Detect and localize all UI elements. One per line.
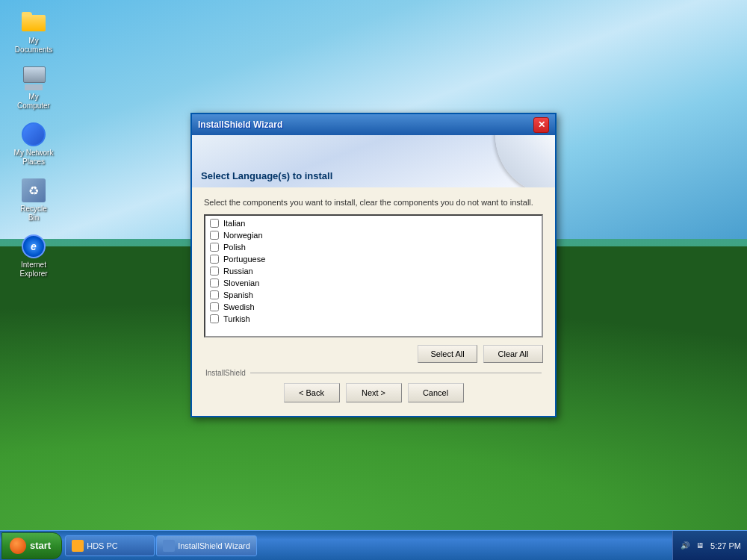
taskbar: start HDS PC InstallShield Wizard 🔊 🖥 5:… [0, 530, 747, 560]
russian-label: Russian [223, 267, 253, 276]
list-item: Polish [207, 241, 540, 253]
swedish-checkbox[interactable] [210, 302, 219, 311]
dialog-overlay: InstallShield Wizard ✕ Select Language(s… [0, 0, 747, 530]
list-item: Slovenian [207, 277, 540, 289]
taskbar-item-installshield[interactable]: InstallShield Wizard [156, 535, 257, 556]
slovenian-label: Slovenian [223, 279, 259, 287]
list-item: Swedish [207, 301, 540, 313]
list-item: Norwegian [207, 229, 540, 241]
banner-heading: Select Language(s) to install [201, 170, 332, 181]
taskbar-items: HDS PC InstallShield Wizard [62, 535, 672, 556]
start-label: start [30, 540, 51, 551]
spanish-checkbox[interactable] [210, 290, 219, 299]
back-button[interactable]: < Back [284, 383, 340, 402]
taskbar-right: 🔊 🖥 5:27 PM [672, 531, 747, 560]
swedish-label: Swedish [223, 302, 255, 311]
sys-tray-icons: 🔊 🖥 [679, 540, 706, 552]
dialog-banner: Select Language(s) to install [192, 135, 555, 187]
portuguese-checkbox[interactable] [210, 255, 219, 264]
installshield-dialog: InstallShield Wizard ✕ Select Language(s… [190, 113, 557, 417]
installshield-label: InstallShield [205, 369, 246, 377]
installshield-divider: InstallShield [204, 369, 543, 377]
page-curl-decoration [488, 135, 555, 187]
dialog-body: Select the components you want to instal… [192, 187, 555, 416]
slovenian-checkbox[interactable] [210, 279, 219, 287]
desktop: MyDocuments MyComputer My NetworkPlaces … [0, 0, 747, 560]
taskbar-installshield-label: InstallShield Wizard [178, 541, 250, 550]
instruction-text: Select the components you want to instal… [204, 198, 543, 207]
list-item: Italian [207, 217, 540, 229]
taskbar-hds-icon [72, 540, 84, 552]
select-clear-buttons: Select All Clear All [204, 345, 543, 363]
polish-checkbox[interactable] [210, 243, 219, 252]
norwegian-label: Norwegian [223, 231, 263, 240]
clock: 5:27 PM [710, 541, 741, 550]
dialog-title: InstallShield Wizard [198, 119, 282, 130]
turkish-checkbox[interactable] [210, 314, 219, 323]
cancel-button[interactable]: Cancel [408, 383, 464, 402]
divider-line [250, 373, 542, 373]
polish-label: Polish [223, 243, 246, 252]
italian-label: Italian [223, 219, 245, 228]
taskbar-hds-label: HDS PC [87, 541, 118, 550]
language-list[interactable]: Italian Norwegian Polish Portuguese [204, 214, 543, 337]
select-all-button[interactable]: Select All [418, 345, 477, 363]
nav-buttons: < Back Next > Cancel [204, 383, 543, 405]
list-item: Turkish [207, 313, 540, 325]
list-item: Spanish [207, 289, 540, 301]
network-tray-icon: 🖥 [694, 540, 706, 552]
list-item: Portuguese [207, 253, 540, 265]
list-item: Russian [207, 265, 540, 277]
volume-icon: 🔊 [679, 540, 691, 552]
italian-checkbox[interactable] [210, 219, 219, 228]
taskbar-item-hds[interactable]: HDS PC [65, 535, 155, 556]
close-button[interactable]: ✕ [533, 117, 549, 133]
portuguese-label: Portuguese [223, 255, 265, 264]
clear-all-button[interactable]: Clear All [483, 345, 543, 363]
dialog-titlebar: InstallShield Wizard ✕ [192, 114, 555, 135]
start-orb [10, 538, 26, 554]
next-button[interactable]: Next > [346, 383, 402, 402]
russian-checkbox[interactable] [210, 267, 219, 276]
norwegian-checkbox[interactable] [210, 231, 219, 240]
taskbar-installshield-icon [163, 540, 175, 552]
turkish-label: Turkish [223, 314, 250, 323]
start-button[interactable]: start [1, 532, 62, 559]
spanish-label: Spanish [223, 290, 253, 299]
